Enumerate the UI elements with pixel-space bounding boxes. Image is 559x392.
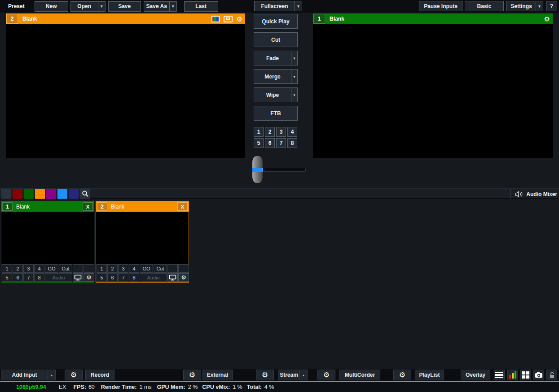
category-swatch-navy[interactable]	[69, 189, 79, 199]
preview-settings-icon[interactable]: ⚙	[237, 16, 242, 22]
input-1-go-button[interactable]: GO	[45, 264, 58, 273]
tbar-track[interactable]	[263, 168, 305, 171]
quick-select-6[interactable]: 6	[265, 138, 275, 148]
fade-button[interactable]: Fade	[254, 51, 291, 65]
new-button[interactable]: New	[35, 1, 68, 12]
input-2-overlay-6[interactable]: 6	[107, 273, 118, 282]
last-button[interactable]: Last	[184, 1, 218, 12]
open-button[interactable]: Open	[71, 2, 98, 11]
input-1-overlay-6[interactable]: 6	[13, 273, 23, 282]
audio-meters-button[interactable]	[507, 370, 518, 380]
fullscreen-button[interactable]: Fullscreen	[255, 1, 295, 11]
input-2-go-button[interactable]: GO	[140, 264, 153, 273]
category-swatch-purple[interactable]	[46, 189, 56, 199]
stream-settings-button[interactable]: ⚙	[256, 370, 274, 380]
input-1-overlay-7[interactable]: 7	[23, 273, 34, 282]
preview-video-area[interactable]	[6, 24, 245, 158]
wipe-dropdown-icon[interactable]: ▾	[291, 88, 297, 102]
input-2-settings-button[interactable]: ⚙	[178, 273, 189, 282]
lock-button[interactable]	[546, 370, 557, 380]
quick-select-8[interactable]: 8	[287, 138, 297, 148]
input-2-cut-button[interactable]: Cut	[154, 264, 167, 273]
merge-button[interactable]: Merge	[254, 70, 291, 83]
program-video-area[interactable]	[313, 24, 553, 158]
input-1-overlay-3[interactable]: 3	[23, 264, 34, 273]
input-1-overlay-1[interactable]: 1	[2, 264, 12, 273]
playlist-settings-button[interactable]: ⚙	[393, 370, 411, 380]
quick-select-3[interactable]: 3	[276, 127, 286, 137]
search-button[interactable]	[80, 189, 90, 199]
add-input-up-arrow-icon[interactable]: ▴	[48, 370, 55, 380]
input-1-overlay-4[interactable]: 4	[34, 264, 44, 273]
multicorder-settings-button[interactable]: ⚙	[317, 370, 335, 380]
input-1-overlay-5[interactable]: 5	[2, 273, 12, 282]
input-1-close-button[interactable]: X	[83, 202, 93, 211]
program-settings-icon[interactable]: ⚙	[544, 16, 550, 22]
quick-select-2[interactable]: 2	[265, 127, 275, 137]
category-swatch-blue[interactable]	[57, 189, 67, 199]
input-2-audio-button[interactable]: Audio	[140, 273, 167, 282]
wipe-button[interactable]: Wipe	[254, 88, 291, 102]
ftb-button[interactable]: FTB	[254, 106, 298, 121]
basic-button[interactable]: Basic	[465, 1, 504, 11]
quick-play-button[interactable]: Quick Play	[254, 14, 298, 29]
input-1-fullscreen-button[interactable]	[73, 273, 83, 282]
cut-button[interactable]: Cut	[254, 32, 298, 47]
input-2-overlay-3[interactable]: 3	[118, 264, 128, 273]
stream-button[interactable]: Stream	[278, 370, 299, 380]
input-1-cut-button[interactable]: Cut	[59, 264, 72, 273]
settings-dropdown-icon[interactable]: ▾	[536, 1, 543, 11]
multicorder-button[interactable]: MultiCorder	[339, 370, 380, 380]
quick-select-7[interactable]: 7	[276, 138, 286, 148]
overlay-button[interactable]: Overlay	[461, 370, 490, 380]
merge-dropdown-icon[interactable]: ▾	[291, 70, 297, 83]
menu-button[interactable]	[494, 370, 505, 380]
input-1-overlay-8[interactable]: 8	[34, 273, 44, 282]
quick-select-4[interactable]: 4	[287, 127, 297, 137]
input-2-fullscreen-button[interactable]	[167, 273, 178, 282]
fullscreen-dropdown-icon[interactable]: ▾	[295, 1, 302, 11]
pause-inputs-button[interactable]: Pause Inputs	[419, 1, 462, 11]
audio-mixer-button[interactable]: Audio Mixer	[511, 189, 557, 199]
save-as-dropdown-icon[interactable]: ▾	[169, 2, 176, 11]
add-input-button[interactable]: Add Input	[1, 370, 48, 380]
fade-dropdown-icon[interactable]: ▾	[291, 51, 297, 65]
input-2-overlay-4[interactable]: 4	[129, 264, 139, 273]
category-swatch-orange[interactable]	[35, 189, 45, 199]
resolution-status[interactable]: 1080p59.94	[16, 384, 46, 390]
external-button[interactable]: External	[202, 370, 233, 380]
input-1-title-bar[interactable]: 1 Blank X	[1, 201, 94, 212]
input-2-title-bar[interactable]: 2 Blank X	[96, 201, 189, 212]
stream-up-arrow-icon[interactable]: ▴	[299, 370, 307, 380]
display-output-icon[interactable]	[224, 16, 233, 22]
quick-select-5[interactable]: 5	[254, 138, 264, 148]
input-2-overlay-2[interactable]: 2	[107, 264, 118, 273]
category-swatch-red[interactable]	[13, 189, 22, 199]
record-settings-button[interactable]: ⚙	[65, 370, 83, 380]
input-1-overlay-2[interactable]: 2	[13, 264, 23, 273]
external-settings-button[interactable]: ⚙	[183, 370, 201, 380]
save-as-button[interactable]: Save As	[144, 2, 169, 11]
color-bars-icon[interactable]	[211, 16, 220, 22]
input-2-thumbnail[interactable]	[96, 212, 189, 264]
save-button[interactable]: Save	[108, 1, 141, 12]
open-dropdown-icon[interactable]: ▾	[98, 2, 105, 11]
record-button[interactable]: Record	[85, 370, 114, 380]
input-2-overlay-7[interactable]: 7	[118, 273, 128, 282]
snapshot-button[interactable]	[533, 370, 544, 380]
input-1-settings-button[interactable]: ⚙	[84, 273, 94, 282]
input-2-overlay-8[interactable]: 8	[129, 273, 139, 282]
input-1-audio-button[interactable]: Audio	[45, 273, 72, 282]
input-1-thumbnail[interactable]	[1, 212, 94, 264]
multiview-button[interactable]	[520, 370, 531, 380]
category-swatch-green[interactable]	[24, 189, 34, 199]
input-2-overlay-1[interactable]: 1	[97, 264, 107, 273]
settings-button[interactable]: Settings	[507, 1, 536, 11]
input-2-overlay-5[interactable]: 5	[97, 273, 107, 282]
playlist-button[interactable]: PlayList	[415, 370, 444, 380]
help-button[interactable]: ?	[546, 1, 557, 11]
input-2-close-button[interactable]: X	[177, 202, 188, 211]
category-swatch-none[interactable]	[1, 189, 11, 199]
quick-select-1[interactable]: 1	[254, 127, 264, 137]
tbar-handle[interactable]	[252, 156, 263, 183]
